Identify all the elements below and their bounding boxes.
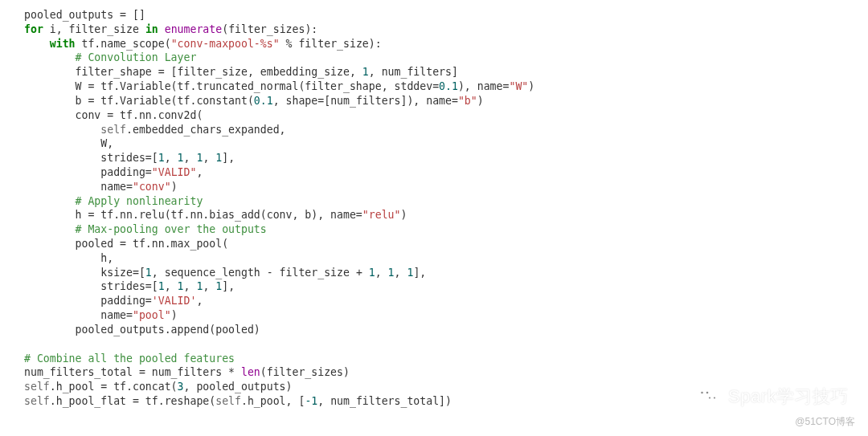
comment: # Convolution Layer — [76, 51, 197, 63]
comment: # Apply nonlinearity — [76, 195, 203, 207]
watermark-text: Spark学习技巧 — [728, 385, 849, 409]
code-block: pooled_outputs = [] for i, filter_size i… — [0, 0, 868, 436]
line-1: pooled_outputs = [] — [24, 9, 145, 21]
comment: # Max-pooling over the outputs — [76, 223, 267, 235]
kw-for: for — [24, 23, 43, 35]
string-literal: "conv-maxpool-%s" — [171, 38, 280, 50]
self-ref: self — [24, 381, 50, 393]
svg-point-3 — [706, 392, 709, 394]
svg-point-4 — [709, 397, 710, 399]
builtin-len: len — [241, 366, 260, 378]
builtin-enumerate: enumerate — [165, 23, 222, 35]
code-pre: pooled_outputs = [] for i, filter_size i… — [24, 8, 868, 409]
svg-point-5 — [714, 397, 715, 399]
self-ref: self — [100, 124, 126, 136]
svg-point-1 — [706, 393, 719, 405]
kw-in: in — [145, 23, 158, 35]
kw-with: with — [50, 38, 76, 50]
attribution: @51CTO博客 — [795, 415, 855, 428]
svg-point-2 — [701, 392, 703, 394]
self-ref: self — [24, 395, 50, 407]
watermark: Spark学习技巧 — [696, 385, 849, 409]
wechat-icon — [696, 386, 720, 407]
comment: # Combine all the pooled features — [24, 352, 235, 365]
